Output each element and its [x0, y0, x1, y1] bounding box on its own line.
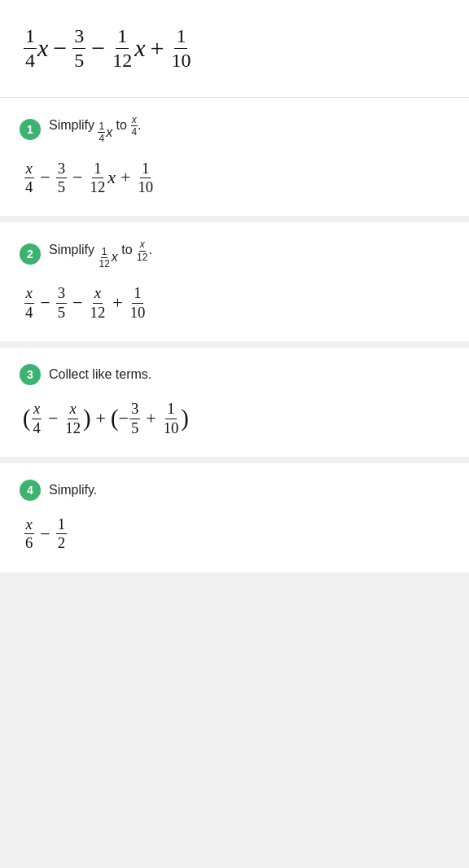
frac-1-12: 1 12 — [111, 24, 134, 72]
step-1-badge: 1 — [20, 119, 41, 140]
step-2-text: Simplify 1 12 x to x 12 . — [49, 239, 152, 270]
step-1-text: Simplify 1 4 x to x 4 . — [49, 114, 142, 145]
original-expression: 1 4 x − 3 5 − 1 12 x + 1 10 — [0, 0, 469, 98]
step-2-block: 2 Simplify 1 12 x to x 12 . — [0, 222, 469, 341]
step-2-badge: 2 — [20, 243, 41, 265]
s1-frac-1-12: 1 12 — [89, 160, 107, 197]
step-3-result: ( x 4 − x 12 ) + ( − 3 5 + — [20, 400, 449, 437]
s3-frac-x-12: x 12 — [64, 400, 82, 437]
step-4-result: x 6 − 1 2 — [20, 515, 449, 553]
step-4-text: Simplify. — [49, 483, 97, 498]
step-4-block: 4 Simplify. x 6 − 1 2 — [0, 463, 469, 572]
step-1-result: x 4 − 3 5 − 1 12 x + 1 10 — [20, 160, 449, 197]
s2-frac-x-4: x 4 — [24, 284, 34, 322]
s2-frac-1-10: 1 10 — [129, 284, 147, 322]
step-3-header: 3 Collect like terms. — [20, 364, 449, 385]
inline-frac-1-12: 1 12 — [98, 246, 110, 270]
frac-1-10: 1 10 — [169, 24, 192, 72]
s3-frac-3-5: 3 5 — [129, 400, 140, 437]
var-x-2: x — [134, 33, 145, 63]
s1-frac-3-5: 3 5 — [56, 160, 67, 197]
s4-frac-1-2: 1 2 — [56, 515, 67, 553]
op-minus-1: − — [53, 33, 67, 63]
step-3-badge: 3 — [20, 364, 41, 385]
s1-frac-1-10: 1 10 — [136, 160, 155, 197]
s4-frac-x-6: x 6 — [24, 515, 34, 553]
s2-frac-3-5: 3 5 — [56, 284, 67, 322]
frac-3-5: 3 5 — [72, 24, 85, 72]
s1-frac-x-4: x 4 — [24, 160, 34, 197]
frac-1-4: 1 4 — [24, 24, 37, 72]
inline-frac-x-12: x 12 — [136, 239, 148, 263]
step-4-header: 4 Simplify. — [20, 480, 449, 501]
step-3-block: 3 Collect like terms. ( x 4 − x 12 ) + (… — [0, 348, 469, 457]
inline-frac-1-4: 1 4 — [98, 121, 105, 145]
var-x-1: x — [37, 33, 48, 63]
step-4-badge: 4 — [20, 480, 41, 501]
step-2-result: x 4 − 3 5 − x 12 + 1 10 — [20, 284, 449, 322]
steps-container: 1 Simplify 1 4 x to x 4 . — [0, 98, 469, 572]
step-1-block: 1 Simplify 1 4 x to x 4 . — [0, 98, 469, 217]
step-3-text: Collect like terms. — [49, 367, 151, 382]
op-minus-2: − — [91, 33, 105, 63]
step-2-header: 2 Simplify 1 12 x to x 12 . — [20, 239, 449, 270]
op-plus-1: + — [151, 33, 164, 63]
step-1-header: 1 Simplify 1 4 x to x 4 . — [20, 114, 449, 145]
s3-frac-x-4: x 4 — [32, 400, 42, 437]
s2-frac-x-12: x 12 — [89, 284, 107, 322]
inline-frac-x-4: x 4 — [130, 114, 138, 138]
s3-frac-1-10: 1 10 — [162, 400, 181, 437]
